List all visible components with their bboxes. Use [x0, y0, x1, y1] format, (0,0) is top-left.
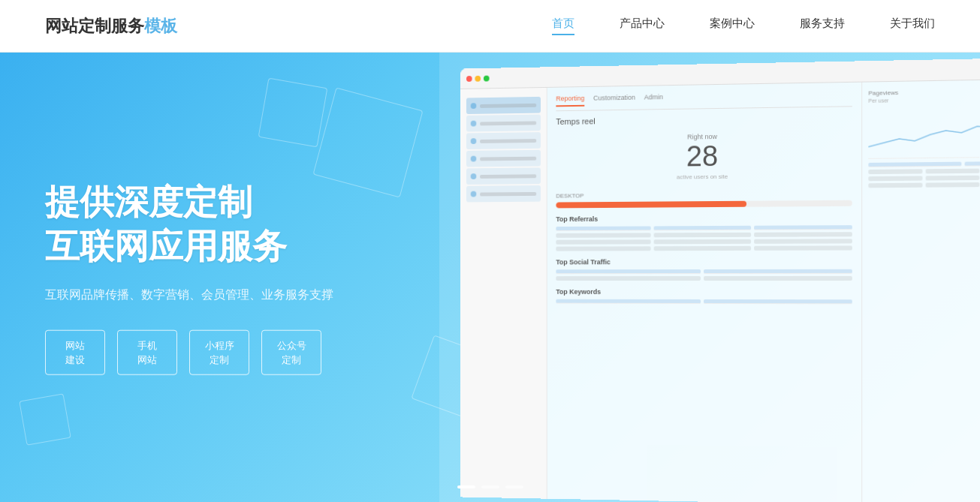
nav-item-cases[interactable]: 案例中心 — [710, 17, 755, 35]
wireframe-box-3 — [19, 393, 71, 446]
nav-item-home[interactable]: 首页 — [552, 17, 574, 35]
wireframe-box-2 — [258, 78, 328, 148]
nav-item-products[interactable]: 产品中心 — [620, 17, 665, 35]
dash-sidebar-item-5 — [466, 167, 541, 185]
dash-top-referrals-title: Top Referrals — [556, 214, 852, 223]
page-dot-3[interactable] — [505, 485, 523, 488]
table-cell — [556, 246, 651, 251]
table-row — [556, 239, 852, 244]
main-nav: 首页 产品中心 案例中心 服务支持 关于我们 — [552, 17, 935, 35]
table-cell — [868, 169, 922, 174]
dash-device-label: DESKTOP — [556, 191, 852, 200]
table-row — [868, 161, 979, 167]
dash-tab-reporting: Reporting — [556, 95, 584, 107]
dash-sidebar — [460, 88, 547, 499]
sidebar-dot — [471, 173, 477, 179]
dash-per-user-label: Per user — [868, 96, 979, 103]
hero-btn-website[interactable]: 网站 建设 — [45, 330, 105, 375]
hero-btn-miniapp[interactable]: 小程序 定制 — [189, 330, 249, 375]
page-dot-1[interactable] — [457, 485, 475, 488]
table-cell — [868, 162, 961, 167]
sidebar-dot — [471, 138, 477, 144]
table-cell — [704, 299, 852, 304]
hero-content: 提供深度定制 互联网应用服务 互联网品牌传播、数字营销、会员管理、业务服务支撑 … — [45, 179, 333, 375]
dash-device-section: DESKTOP — [556, 191, 852, 209]
table-cell — [925, 169, 979, 174]
table-row — [556, 232, 852, 238]
nav-item-support[interactable]: 服务支持 — [800, 17, 845, 35]
dash-sidebar-item-1 — [466, 97, 541, 114]
dash-chart-svg — [868, 119, 980, 151]
window-dot-red — [466, 76, 472, 82]
hero-section: Reporting Customization Admin Temps reel… — [0, 53, 980, 502]
table-row — [556, 269, 852, 274]
table-cell — [654, 246, 751, 251]
table-cell — [754, 225, 852, 230]
table-cell — [925, 176, 979, 181]
window-dot-green — [484, 75, 490, 81]
dash-rt-number: 28 — [556, 140, 852, 172]
sidebar-dot — [471, 156, 477, 162]
dash-right-table — [868, 161, 979, 188]
dash-body: Reporting Customization Admin Temps reel… — [460, 80, 980, 502]
sidebar-line — [480, 191, 536, 196]
dash-social-title: Top Social Traffic — [556, 258, 852, 266]
table-cell — [868, 176, 922, 181]
table-cell — [925, 182, 979, 188]
table-cell — [965, 161, 980, 166]
table-cell — [754, 245, 852, 250]
table-cell — [556, 226, 651, 231]
dash-main-content: Reporting Customization Admin Temps reel… — [547, 83, 861, 502]
dash-sidebar-item-2 — [466, 115, 541, 132]
table-row — [868, 176, 979, 181]
hero-buttons: 网站 建设 手机 网站 小程序 定制 公众号 定制 — [45, 330, 333, 375]
header: 网站定制服务模板 首页 产品中心 案例中心 服务支持 关于我们 — [0, 0, 980, 53]
dash-rt-sub: active users on site — [556, 172, 852, 182]
table-row — [868, 169, 979, 175]
hero-pagination — [457, 485, 523, 488]
table-cell — [704, 269, 852, 274]
sidebar-line — [480, 103, 536, 107]
sidebar-dot — [471, 103, 477, 109]
dash-sidebar-item-3 — [466, 132, 541, 149]
table-cell — [556, 233, 651, 237]
logo: 网站定制服务模板 — [45, 15, 177, 38]
table-row — [556, 225, 852, 231]
dash-sidebar-item-6 — [466, 185, 541, 202]
sidebar-line — [480, 174, 536, 179]
logo-main: 网站定制服务 — [45, 17, 144, 35]
logo-sub: 模板 — [144, 17, 177, 35]
table-cell — [654, 239, 751, 244]
sidebar-line — [480, 156, 536, 161]
dash-realtime-widget: Right now 28 active users on site — [556, 131, 852, 182]
dash-social-table — [556, 269, 852, 281]
divider — [868, 157, 979, 159]
table-cell — [556, 299, 701, 304]
dash-keywords-title: Top Keywords — [556, 288, 852, 296]
table-cell — [556, 239, 651, 244]
dashboard-mock: Reporting Customization Admin Temps reel… — [460, 59, 980, 502]
dash-tab-customization: Customization — [593, 94, 635, 107]
hero-btn-wechat[interactable]: 公众号 定制 — [261, 330, 321, 375]
dash-keywords-table — [556, 299, 852, 305]
sidebar-dot — [471, 121, 477, 127]
window-dot-yellow — [475, 75, 481, 81]
dash-bar-fill — [556, 201, 746, 209]
page-dot-2[interactable] — [481, 485, 499, 488]
sidebar-line — [480, 121, 536, 125]
table-cell — [754, 232, 852, 237]
table-cell — [704, 276, 852, 281]
hero-btn-mobile[interactable]: 手机 网站 — [117, 330, 177, 375]
table-cell — [556, 276, 701, 281]
dash-bar-track — [556, 200, 852, 209]
dash-referrals-table — [556, 225, 852, 251]
dashboard-overlay: Reporting Customization Admin Temps reel… — [439, 53, 980, 502]
table-row — [868, 182, 979, 188]
hero-subtitle: 互联网品牌传播、数字营销、会员管理、业务服务支撑 — [45, 287, 333, 303]
table-cell — [556, 269, 701, 274]
sidebar-dot — [471, 191, 477, 197]
hero-title: 提供深度定制 互联网应用服务 — [45, 179, 333, 269]
table-cell — [868, 183, 922, 188]
table-cell — [654, 226, 751, 231]
nav-item-about[interactable]: 关于我们 — [890, 17, 935, 35]
